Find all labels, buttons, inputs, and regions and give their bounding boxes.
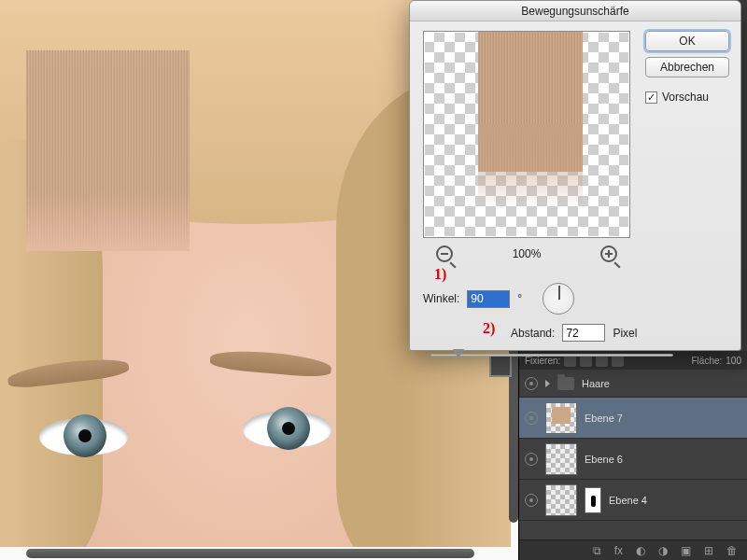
fill-label: Fläche: [692, 356, 723, 366]
checkbox-icon[interactable]: ✓ [645, 91, 657, 104]
layer-name[interactable]: Ebene 6 [585, 454, 623, 465]
motion-blur-dialog: Bewegungsunschärfe 100% OK Abbrechen ✓ V… [409, 0, 741, 351]
layer-thumbnail[interactable] [545, 484, 577, 516]
adjustment-layer-icon[interactable]: ◑ [658, 544, 668, 557]
distance-label: Abstand: [511, 327, 555, 340]
layer-row[interactable]: Ebene 7 [519, 398, 747, 439]
layer-row[interactable]: Ebene 6 [519, 439, 747, 480]
filter-preview[interactable] [423, 31, 630, 238]
new-group-icon[interactable]: ▣ [681, 544, 691, 557]
fx-icon[interactable]: fx [614, 544, 623, 557]
motion-blur-patch [26, 50, 190, 251]
new-layer-icon[interactable]: ⊞ [704, 544, 713, 557]
angle-dial[interactable] [543, 283, 574, 315]
angle-unit: ° [517, 292, 522, 305]
annotation-1: 1) [434, 266, 446, 283]
visibility-icon[interactable] [525, 494, 538, 507]
layers-footer: ⧉ fx ◐ ◑ ▣ ⊞ 🗑 [519, 539, 747, 560]
disclosure-triangle-icon[interactable] [545, 380, 550, 387]
zoom-in-icon[interactable] [600, 245, 617, 262]
cancel-button[interactable]: Abbrechen [645, 57, 729, 77]
distance-unit: Pixel [613, 327, 637, 340]
layer-name[interactable]: Ebene 4 [609, 495, 647, 506]
delete-layer-icon[interactable]: 🗑 [726, 544, 738, 557]
visibility-icon[interactable] [525, 412, 538, 425]
group-name[interactable]: Haare [582, 378, 610, 389]
layer-thumbnail[interactable] [545, 443, 577, 475]
angle-input[interactable] [467, 290, 510, 308]
preview-checkbox[interactable]: ✓ Vorschau [645, 91, 729, 104]
fill-value[interactable]: 100 [726, 356, 741, 366]
visibility-icon[interactable] [525, 453, 538, 466]
ok-button[interactable]: OK [645, 31, 729, 51]
layer-thumbnail[interactable] [545, 402, 577, 434]
angle-label: Winkel: [423, 292, 459, 305]
visibility-icon[interactable] [525, 377, 538, 390]
layer-mask-thumbnail[interactable] [585, 487, 601, 513]
folder-icon [557, 377, 574, 390]
layers-list: Haare Ebene 7 Ebene 6 Ebene 4 [519, 370, 747, 539]
link-layers-icon[interactable]: ⧉ [593, 544, 601, 557]
zoom-out-icon[interactable] [436, 245, 453, 262]
zoom-value: 100% [513, 247, 542, 260]
distance-slider[interactable] [430, 348, 673, 361]
add-mask-icon[interactable]: ◐ [636, 544, 645, 557]
horizontal-scrollbar[interactable] [26, 549, 474, 558]
layer-row[interactable]: Ebene 4 [519, 480, 747, 521]
layer-name[interactable]: Ebene 7 [585, 413, 623, 424]
preview-checkbox-label: Vorschau [662, 91, 709, 104]
dialog-title: Bewegungsunschärfe [410, 1, 740, 21]
layer-group-row[interactable]: Haare [519, 370, 747, 398]
distance-input[interactable] [562, 324, 605, 342]
